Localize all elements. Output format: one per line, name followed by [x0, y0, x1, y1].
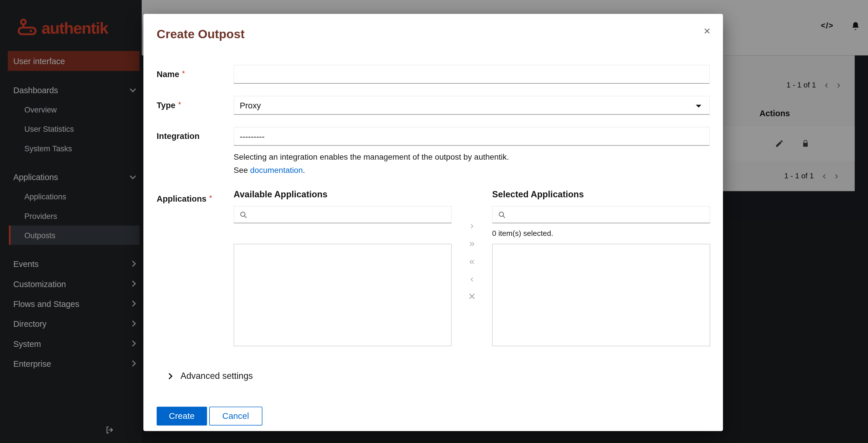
type-label: Type*: [157, 96, 234, 110]
search-icon: [240, 211, 247, 221]
name-label: Name*: [157, 65, 234, 79]
selected-list[interactable]: [492, 244, 710, 346]
available-status: [234, 223, 452, 244]
search-icon: [498, 211, 506, 221]
add-selected-icon[interactable]: ›: [470, 221, 473, 230]
create-button[interactable]: Create: [157, 407, 207, 425]
advanced-settings-toggle[interactable]: Advanced settings: [157, 371, 710, 381]
integration-select[interactable]: ---------: [234, 127, 710, 146]
applications-field-row: Applications* Available Applications: [157, 189, 710, 346]
selected-count: 0 item(s) selected.: [492, 223, 710, 244]
name-field-row: Name*: [157, 65, 710, 83]
clear-icon[interactable]: ✕: [468, 292, 476, 301]
cancel-button[interactable]: Cancel: [209, 407, 262, 425]
type-select[interactable]: Proxy: [234, 96, 710, 115]
selected-applications-title: Selected Applications: [492, 189, 710, 199]
chevron-right-icon: [166, 373, 173, 379]
integration-select-value: ---------: [240, 131, 265, 141]
integration-help-text: Selecting an integration enables the man…: [234, 151, 710, 177]
remove-all-icon[interactable]: «: [469, 256, 474, 266]
dual-list-selector: Available Applications: [234, 189, 710, 346]
name-input[interactable]: [234, 65, 710, 83]
remove-selected-icon[interactable]: ‹: [470, 274, 473, 284]
applications-label: Applications*: [157, 189, 234, 203]
integration-label: Integration: [157, 127, 234, 141]
create-outpost-form: Name* Type* Proxy In: [157, 65, 710, 425]
required-marker: *: [178, 100, 181, 109]
close-icon[interactable]: ✕: [703, 26, 711, 37]
integration-field-row: Integration --------- Selecting an integ…: [157, 127, 710, 177]
available-search: [234, 206, 452, 223]
selected-search: [492, 206, 710, 223]
modal-title: Create Outpost: [157, 27, 710, 41]
documentation-link[interactable]: documentation: [250, 166, 303, 175]
modal-footer: Create Cancel: [157, 407, 710, 425]
required-marker: *: [209, 194, 212, 202]
available-applications-pane: Available Applications: [234, 189, 452, 346]
available-applications-title: Available Applications: [234, 189, 452, 199]
create-outpost-modal: Create Outpost ✕ Name* Type* Proxy: [144, 14, 723, 431]
type-field-row: Type* Proxy: [157, 96, 710, 115]
required-marker: *: [182, 69, 185, 78]
add-all-icon[interactable]: »: [469, 239, 474, 248]
selected-applications-pane: Selected Applications 0 item(s) selected…: [492, 189, 710, 346]
selected-search-input[interactable]: [493, 207, 710, 223]
caret-down-icon: [696, 105, 701, 110]
advanced-settings-label: Advanced settings: [181, 371, 253, 381]
dual-list-controls: › » « ‹ ✕: [452, 189, 492, 346]
available-search-input[interactable]: [234, 207, 451, 223]
available-list[interactable]: [234, 244, 452, 346]
screen: authentik User interface Dashboards Over…: [0, 0, 868, 443]
type-select-value: Proxy: [240, 101, 261, 110]
